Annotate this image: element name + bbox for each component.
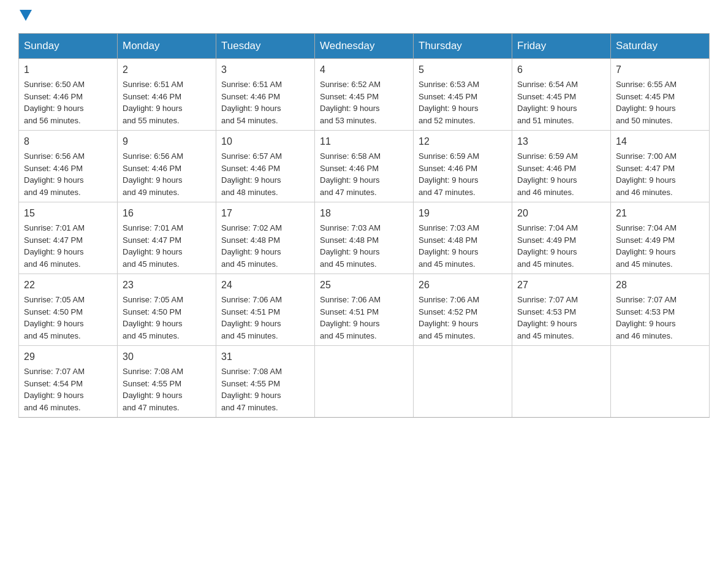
calendar-cell: 30 Sunrise: 7:08 AMSunset: 4:55 PMDaylig… [118, 346, 216, 418]
day-info: Sunrise: 7:06 AMSunset: 4:51 PMDaylight:… [320, 295, 381, 340]
logo-blue-container [18, 12, 32, 21]
calendar-cell: 18 Sunrise: 7:03 AMSunset: 4:48 PMDaylig… [315, 202, 414, 274]
day-info: Sunrise: 7:05 AMSunset: 4:50 PMDaylight:… [123, 295, 183, 340]
calendar-cell: 24 Sunrise: 7:06 AMSunset: 4:51 PMDaylig… [216, 274, 315, 346]
day-number: 10 [221, 134, 309, 149]
day-number: 23 [123, 278, 211, 293]
calendar-cell [512, 346, 611, 418]
day-info: Sunrise: 6:59 AMSunset: 4:46 PMDaylight:… [419, 151, 479, 197]
calendar-cell: 26 Sunrise: 7:06 AMSunset: 4:52 PMDaylig… [414, 274, 512, 346]
day-number: 20 [517, 206, 605, 221]
calendar-cell [315, 346, 414, 418]
calendar-cell: 7 Sunrise: 6:55 AMSunset: 4:45 PMDayligh… [611, 59, 710, 131]
day-info: Sunrise: 6:53 AMSunset: 4:45 PMDaylight:… [419, 80, 479, 125]
day-number: 25 [320, 278, 408, 293]
logo-text [18, 12, 32, 21]
day-number: 29 [24, 350, 112, 364]
day-number: 26 [419, 278, 507, 293]
weekday-header-row: SundayMondayTuesdayWednesdayThursdayFrid… [19, 34, 710, 59]
day-info: Sunrise: 7:04 AMSunset: 4:49 PMDaylight:… [517, 223, 578, 269]
day-number: 5 [419, 63, 507, 77]
day-number: 11 [320, 134, 408, 149]
day-number: 27 [517, 278, 605, 293]
day-number: 8 [24, 134, 112, 149]
day-number: 14 [616, 134, 704, 149]
day-info: Sunrise: 6:52 AMSunset: 4:45 PMDaylight:… [320, 80, 381, 125]
day-number: 7 [616, 63, 704, 77]
calendar-cell: 19 Sunrise: 7:03 AMSunset: 4:48 PMDaylig… [414, 202, 512, 274]
day-number: 13 [517, 134, 605, 149]
day-number: 15 [24, 206, 112, 221]
weekday-header-saturday: Saturday [611, 34, 710, 59]
calendar-cell: 31 Sunrise: 7:08 AMSunset: 4:55 PMDaylig… [216, 346, 315, 418]
day-info: Sunrise: 7:05 AMSunset: 4:50 PMDaylight:… [24, 295, 85, 340]
day-number: 17 [221, 206, 309, 221]
day-info: Sunrise: 7:06 AMSunset: 4:51 PMDaylight:… [221, 295, 282, 340]
day-number: 6 [517, 63, 605, 77]
day-number: 21 [616, 206, 704, 221]
calendar-cell: 25 Sunrise: 7:06 AMSunset: 4:51 PMDaylig… [315, 274, 414, 346]
day-number: 4 [320, 63, 408, 77]
day-number: 31 [221, 350, 309, 364]
day-info: Sunrise: 6:59 AMSunset: 4:46 PMDaylight:… [517, 151, 578, 197]
weekday-header-wednesday: Wednesday [315, 34, 414, 59]
weekday-header-sunday: Sunday [19, 34, 118, 59]
day-info: Sunrise: 7:06 AMSunset: 4:52 PMDaylight:… [419, 295, 479, 340]
day-number: 18 [320, 206, 408, 221]
day-info: Sunrise: 7:08 AMSunset: 4:55 PMDaylight:… [123, 367, 183, 412]
calendar-cell: 2 Sunrise: 6:51 AMSunset: 4:46 PMDayligh… [118, 59, 216, 131]
day-number: 9 [123, 134, 211, 149]
calendar-cell: 20 Sunrise: 7:04 AMSunset: 4:49 PMDaylig… [512, 202, 611, 274]
day-info: Sunrise: 7:03 AMSunset: 4:48 PMDaylight:… [419, 223, 479, 269]
day-number: 2 [123, 63, 211, 77]
logo [18, 12, 32, 21]
day-info: Sunrise: 6:51 AMSunset: 4:46 PMDaylight:… [221, 80, 282, 125]
weekday-header-tuesday: Tuesday [216, 34, 315, 59]
calendar-cell: 27 Sunrise: 7:07 AMSunset: 4:53 PMDaylig… [512, 274, 611, 346]
day-info: Sunrise: 7:02 AMSunset: 4:48 PMDaylight:… [221, 223, 282, 269]
calendar-cell: 14 Sunrise: 7:00 AMSunset: 4:47 PMDaylig… [611, 131, 710, 202]
day-number: 19 [419, 206, 507, 221]
day-info: Sunrise: 6:54 AMSunset: 4:45 PMDaylight:… [517, 80, 578, 125]
calendar-cell: 9 Sunrise: 6:56 AMSunset: 4:46 PMDayligh… [118, 131, 216, 202]
calendar-cell [414, 346, 512, 418]
day-info: Sunrise: 6:51 AMSunset: 4:46 PMDaylight:… [123, 80, 183, 125]
day-number: 3 [221, 63, 309, 77]
day-info: Sunrise: 7:07 AMSunset: 4:53 PMDaylight:… [517, 295, 578, 340]
weekday-header-thursday: Thursday [414, 34, 512, 59]
calendar-cell: 13 Sunrise: 6:59 AMSunset: 4:46 PMDaylig… [512, 131, 611, 202]
day-info: Sunrise: 6:56 AMSunset: 4:46 PMDaylight:… [123, 151, 183, 197]
day-info: Sunrise: 7:03 AMSunset: 4:48 PMDaylight:… [320, 223, 381, 269]
day-info: Sunrise: 7:08 AMSunset: 4:55 PMDaylight:… [221, 367, 282, 412]
calendar-cell: 6 Sunrise: 6:54 AMSunset: 4:45 PMDayligh… [512, 59, 611, 131]
day-number: 24 [221, 278, 309, 293]
page-header [18, 12, 710, 21]
calendar-week-row: 1 Sunrise: 6:50 AMSunset: 4:46 PMDayligh… [19, 59, 710, 131]
calendar-week-row: 22 Sunrise: 7:05 AMSunset: 4:50 PMDaylig… [19, 274, 710, 346]
calendar-cell: 21 Sunrise: 7:04 AMSunset: 4:49 PMDaylig… [611, 202, 710, 274]
calendar-cell: 11 Sunrise: 6:58 AMSunset: 4:46 PMDaylig… [315, 131, 414, 202]
weekday-header-friday: Friday [512, 34, 611, 59]
calendar-week-row: 8 Sunrise: 6:56 AMSunset: 4:46 PMDayligh… [19, 131, 710, 202]
day-info: Sunrise: 7:07 AMSunset: 4:53 PMDaylight:… [616, 295, 677, 340]
day-info: Sunrise: 6:57 AMSunset: 4:46 PMDaylight:… [221, 151, 282, 197]
calendar-cell: 15 Sunrise: 7:01 AMSunset: 4:47 PMDaylig… [19, 202, 118, 274]
weekday-header-monday: Monday [118, 34, 216, 59]
logo-triangle-icon [20, 10, 32, 21]
calendar-week-row: 15 Sunrise: 7:01 AMSunset: 4:47 PMDaylig… [19, 202, 710, 274]
day-number: 22 [24, 278, 112, 293]
day-info: Sunrise: 6:50 AMSunset: 4:46 PMDaylight:… [24, 80, 85, 125]
day-number: 30 [123, 350, 211, 364]
day-info: Sunrise: 6:58 AMSunset: 4:46 PMDaylight:… [320, 151, 381, 197]
day-number: 16 [123, 206, 211, 221]
calendar-cell: 22 Sunrise: 7:05 AMSunset: 4:50 PMDaylig… [19, 274, 118, 346]
calendar-table: SundayMondayTuesdayWednesdayThursdayFrid… [18, 33, 710, 418]
day-info: Sunrise: 7:01 AMSunset: 4:47 PMDaylight:… [24, 223, 85, 269]
calendar-cell [611, 346, 710, 418]
calendar-cell: 17 Sunrise: 7:02 AMSunset: 4:48 PMDaylig… [216, 202, 315, 274]
calendar-cell: 16 Sunrise: 7:01 AMSunset: 4:47 PMDaylig… [118, 202, 216, 274]
calendar-cell: 3 Sunrise: 6:51 AMSunset: 4:46 PMDayligh… [216, 59, 315, 131]
calendar-cell: 23 Sunrise: 7:05 AMSunset: 4:50 PMDaylig… [118, 274, 216, 346]
day-info: Sunrise: 7:01 AMSunset: 4:47 PMDaylight:… [123, 223, 183, 269]
calendar-cell: 5 Sunrise: 6:53 AMSunset: 4:45 PMDayligh… [414, 59, 512, 131]
